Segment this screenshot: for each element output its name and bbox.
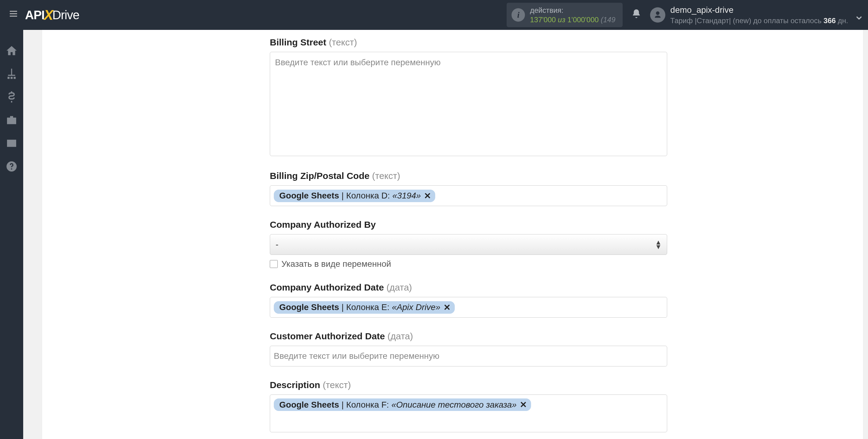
logo-api: API <box>25 8 44 22</box>
field-label: Company Authorized Date (дата) <box>270 282 667 293</box>
field-billing-street: Billing Street (текст) <box>270 37 667 157</box>
user-block[interactable]: demo_apix-drive Тариф |Стандарт| (new) д… <box>650 5 848 25</box>
field-label: Description (текст) <box>270 380 667 390</box>
info-icon: i <box>512 8 525 22</box>
field-billing-zip: Billing Zip/Postal Code (текст) Google S… <box>270 171 667 206</box>
company-authorized-by-select[interactable]: - <box>270 234 667 255</box>
chip-remove-icon[interactable]: ✕ <box>443 302 451 312</box>
billing-street-input[interactable] <box>270 52 667 156</box>
description-input[interactable]: Google Sheets | Колонка F: «Описание тес… <box>270 395 667 432</box>
as-variable-checkbox-row[interactable]: Указать в виде переменной <box>270 259 667 269</box>
status-numbers: 137'000 из 1'000'000 (149 <box>530 15 615 24</box>
user-name: demo_apix-drive <box>670 5 848 15</box>
billing-icon[interactable] <box>0 86 23 108</box>
canvas: Billing Street (текст) Billing Zip/Posta… <box>23 30 868 439</box>
logo-drive: Drive <box>52 8 79 22</box>
user-lines: demo_apix-drive Тариф |Стандарт| (new) д… <box>670 5 848 25</box>
chip-remove-icon[interactable]: ✕ <box>520 400 527 410</box>
field-company-authorized-by: Company Authorized By - ▲▼ Указать в вид… <box>270 220 667 269</box>
as-variable-checkbox[interactable] <box>270 260 278 268</box>
variable-chip[interactable]: Google Sheets | Колонка F: «Описание тес… <box>274 399 531 411</box>
status-chip[interactable]: i действия: 137'000 из 1'000'000 (149 <box>507 3 623 27</box>
chevron-down-icon[interactable]: ⌄ <box>854 8 864 23</box>
field-description: Description (текст) Google Sheets | Коло… <box>270 380 667 432</box>
customer-authorized-date-input[interactable] <box>270 346 667 366</box>
notifications-icon[interactable] <box>628 8 645 21</box>
customer-authorized-date-text[interactable] <box>274 351 663 361</box>
contact-card-icon[interactable] <box>0 132 23 155</box>
logo[interactable]: API X Drive <box>25 7 79 23</box>
logo-x: X <box>44 7 53 23</box>
field-label: Company Authorized By <box>270 220 667 230</box>
briefcase-icon[interactable] <box>0 108 23 132</box>
field-label: Billing Street (текст) <box>270 37 667 47</box>
company-authorized-date-input[interactable]: Google Sheets | Колонка E: «Apix Drive» … <box>270 297 667 318</box>
svg-point-4 <box>11 168 12 169</box>
home-icon[interactable] <box>0 39 23 62</box>
variable-chip[interactable]: Google Sheets | Колонка E: «Apix Drive» … <box>274 301 455 314</box>
page-scroll[interactable]: Billing Street (текст) Billing Zip/Posta… <box>23 30 868 439</box>
field-label: Billing Zip/Postal Code (текст) <box>270 171 667 181</box>
topbar: API X Drive i действия: 137'000 из 1'000… <box>0 0 868 30</box>
help-icon[interactable] <box>0 155 23 178</box>
field-company-authorized-date: Company Authorized Date (дата) Google Sh… <box>270 282 667 318</box>
billing-zip-input[interactable]: Google Sheets | Колонка D: «3194» ✕ <box>270 185 667 206</box>
field-label: Customer Authorized Date (дата) <box>270 331 667 341</box>
user-plan: Тариф |Стандарт| (new) до оплаты осталос… <box>670 16 848 25</box>
field-customer-authorized-date: Customer Authorized Date (дата) <box>270 331 667 366</box>
menu-icon[interactable] <box>4 8 23 21</box>
checkbox-label: Указать в виде переменной <box>281 259 391 269</box>
form-card: Billing Street (текст) Billing Zip/Posta… <box>42 30 863 439</box>
variable-chip[interactable]: Google Sheets | Колонка D: «3194» ✕ <box>274 190 435 202</box>
sidebar <box>0 30 23 439</box>
chip-remove-icon[interactable]: ✕ <box>424 191 431 201</box>
avatar-icon <box>650 7 665 23</box>
topbar-right: i действия: 137'000 из 1'000'000 (149 de… <box>507 3 862 27</box>
sitemap-icon[interactable] <box>0 62 23 86</box>
status-lines: действия: 137'000 из 1'000'000 (149 <box>530 5 615 24</box>
form-column: Billing Street (текст) Billing Zip/Posta… <box>270 30 667 439</box>
status-label: действия: <box>530 5 615 15</box>
select-wrap: - ▲▼ <box>270 234 667 255</box>
